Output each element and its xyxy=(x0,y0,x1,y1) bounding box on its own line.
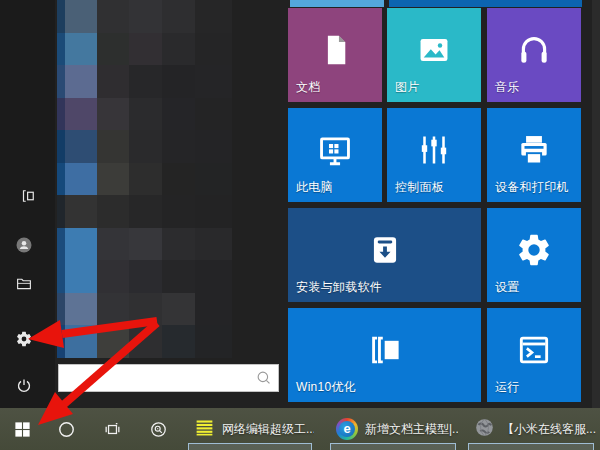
mosaic-cell xyxy=(129,195,162,228)
mosaic-cell xyxy=(129,33,162,66)
expand-icon xyxy=(19,187,37,205)
power-icon xyxy=(15,377,33,395)
mosaic-cell xyxy=(57,325,65,358)
start-menu-panel: 文档图片音乐此电脑控制面板设备和打印机安装与卸载软件设置Win10优化运行 xyxy=(0,0,600,408)
taskbar-button-task-view[interactable] xyxy=(92,408,132,450)
mosaic-cell xyxy=(65,228,97,261)
mosaic-cell xyxy=(195,195,232,228)
tile-label: 文档 xyxy=(296,79,321,96)
taskbar-button-cortana[interactable] xyxy=(46,408,86,450)
mosaic-cell xyxy=(57,293,65,326)
tile-label: Win10优化 xyxy=(296,379,356,396)
mosaic-cell xyxy=(97,98,129,131)
mosaic-cell xyxy=(65,195,97,228)
mosaic-cell xyxy=(162,130,195,163)
task-view-icon xyxy=(103,420,122,439)
mosaic-cell xyxy=(195,293,232,326)
mosaic-cell xyxy=(129,0,162,33)
mosaic-cell xyxy=(195,163,232,196)
search-input[interactable] xyxy=(59,371,255,385)
mosaic-cell xyxy=(57,98,65,131)
taskbar-app-app-mi-service[interactable]: 【小米在线客服... xyxy=(466,408,596,450)
mosaic-cell xyxy=(162,228,195,261)
tile-partial-tile-wide[interactable] xyxy=(389,0,582,7)
mosaic-cell xyxy=(97,293,129,326)
run-icon xyxy=(515,331,553,369)
taskbar-app-label: 网络编辑超级工... xyxy=(222,421,314,438)
printer-icon xyxy=(515,131,553,169)
mosaic-cell xyxy=(129,260,162,293)
sidebar-item-expand[interactable] xyxy=(18,186,38,206)
mosaic-cell xyxy=(97,260,129,293)
mosaic-cell xyxy=(65,130,97,163)
tile-settings-tile[interactable]: 设置 xyxy=(487,208,581,302)
file-explorer-icon xyxy=(15,274,33,292)
mosaic-cell xyxy=(65,325,97,358)
tile-this-pc[interactable]: 此电脑 xyxy=(288,108,382,202)
mosaic-cell xyxy=(97,0,129,33)
mosaic-cell xyxy=(57,65,65,98)
mosaic-cell xyxy=(57,260,65,293)
sidebar-item-settings[interactable] xyxy=(14,329,34,349)
music-icon xyxy=(515,31,553,69)
mosaic-cell xyxy=(65,293,97,326)
tile-control-panel[interactable]: 控制面板 xyxy=(387,108,481,202)
win10-optimize-icon xyxy=(366,331,404,369)
sidebar-item-file-explorer[interactable] xyxy=(14,273,34,293)
tile-win10-optimize[interactable]: Win10优化 xyxy=(288,308,481,402)
tile-partial-tile-small[interactable] xyxy=(290,0,384,7)
mosaic-cell xyxy=(57,163,65,196)
mosaic-cell xyxy=(57,195,65,228)
mosaic-cell xyxy=(57,130,65,163)
taskbar-button-magnifier[interactable] xyxy=(138,408,178,450)
mosaic-cell xyxy=(129,163,162,196)
mosaic-cell xyxy=(97,228,129,261)
tile-label: 安装与卸载软件 xyxy=(296,279,382,296)
mosaic-cell xyxy=(129,228,162,261)
start-button[interactable] xyxy=(0,408,45,450)
sidebar-item-power[interactable] xyxy=(14,376,34,396)
tile-documents[interactable]: 文档 xyxy=(288,8,382,102)
mosaic-cell xyxy=(129,65,162,98)
taskbar-app-app-doc-model[interactable]: e新增文档主模型|... xyxy=(328,408,458,450)
globe-icon xyxy=(474,417,495,442)
mosaic-cell xyxy=(97,65,129,98)
taskbar-app-label: 【小米在线客服... xyxy=(502,421,596,438)
mosaic-cell xyxy=(195,98,232,131)
open-window-indicator xyxy=(188,443,312,450)
tile-label: 控制面板 xyxy=(395,179,444,196)
mosaic-cell xyxy=(195,33,232,66)
taskbar-app-app-net-editor[interactable]: 网络编辑超级工... xyxy=(186,408,314,450)
windows-10-screen: 文档图片音乐此电脑控制面板设备和打印机安装与卸载软件设置Win10优化运行 网络… xyxy=(0,0,600,450)
settings-gear-filled-icon xyxy=(515,231,553,269)
mosaic-cell xyxy=(162,293,195,326)
user-avatar-icon xyxy=(15,236,33,254)
tile-label: 此电脑 xyxy=(296,179,333,196)
open-window-indicator xyxy=(468,443,594,450)
tile-run[interactable]: 运行 xyxy=(487,308,581,402)
tile-label: 设备和打印机 xyxy=(495,179,569,196)
mosaic-cell xyxy=(65,33,97,66)
tile-install-uninstall[interactable]: 安装与卸载软件 xyxy=(288,208,481,302)
mosaic-cell xyxy=(97,130,129,163)
mosaic-cell xyxy=(162,65,195,98)
mosaic-cell xyxy=(162,0,195,33)
tile-devices-printers[interactable]: 设备和打印机 xyxy=(487,108,581,202)
install-box-icon xyxy=(366,231,404,269)
tile-music[interactable]: 音乐 xyxy=(487,8,581,102)
tile-label: 音乐 xyxy=(495,79,520,96)
mosaic-cell xyxy=(65,163,97,196)
tile-pictures[interactable]: 图片 xyxy=(387,8,481,102)
magnifier-circle-icon xyxy=(149,420,168,439)
mosaic-cell xyxy=(162,260,195,293)
mosaic-cell xyxy=(57,228,65,261)
this-pc-icon xyxy=(316,131,354,169)
tile-label: 运行 xyxy=(495,379,520,396)
mosaic-cell xyxy=(65,260,97,293)
sidebar-item-user-account[interactable] xyxy=(14,235,34,255)
control-panel-icon xyxy=(415,131,453,169)
pictures-icon xyxy=(415,31,453,69)
start-search-box[interactable] xyxy=(58,364,279,392)
windows-logo-icon xyxy=(13,420,32,439)
mosaic-cell xyxy=(162,163,195,196)
